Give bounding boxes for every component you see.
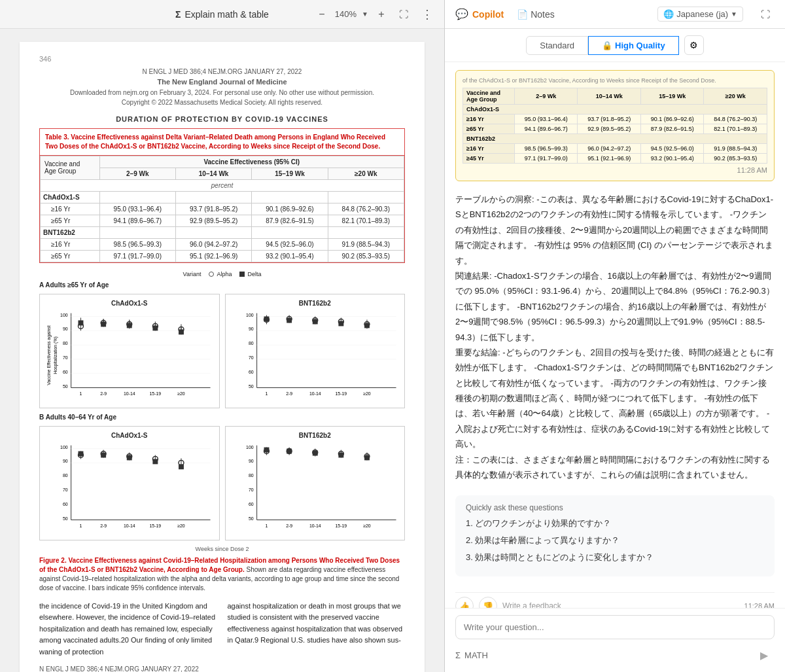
tab-high-quality[interactable]: 🔒 High Quality (588, 36, 679, 55)
notes-label: Notes (531, 9, 555, 20)
svg-text:10-14: 10-14 (309, 391, 321, 396)
preview-16-wk3: 90.1 (86.9–92.6) (640, 115, 704, 124)
preview-bnt-label: BNT162b2 (463, 134, 767, 144)
question-input[interactable] (455, 615, 775, 639)
expand-button[interactable]: ⛶ (394, 5, 413, 24)
vaccine-effectiveness-table: Vaccine andAge Group Vaccine Effectivene… (40, 156, 404, 262)
svg-rect-69 (312, 319, 317, 324)
chart-b-bnt: BNT162b2 100 90 80 70 60 50 1 2-9 (225, 426, 406, 540)
preview-table-title: of the ChAdOx1-S or BNT162b2 Vaccine, Ac… (462, 77, 767, 84)
svg-text:70: 70 (248, 355, 253, 359)
svg-text:90: 90 (63, 459, 68, 463)
variant-label: Variant (183, 271, 201, 277)
math-text: MATH (464, 650, 488, 660)
svg-text:80: 80 (248, 473, 253, 478)
svg-rect-99 (127, 455, 132, 460)
thumbs-down-button[interactable]: 👎 (479, 597, 497, 608)
table-percent-label: percent (41, 179, 404, 191)
input-area: Σ MATH ▶ (445, 608, 785, 672)
settings-button[interactable]: ⚙ (684, 35, 704, 55)
preview-16-wk4: 84.8 (76.2–90.3) (704, 115, 767, 124)
svg-rect-101 (179, 464, 184, 469)
svg-text:50: 50 (248, 516, 253, 520)
svg-text:2-9: 2-9 (100, 391, 107, 396)
preview-bnt16-wk3: 94.5 (92.5–96.0) (640, 144, 704, 154)
svg-text:≥20: ≥20 (363, 391, 371, 396)
delta-label: Delta (247, 271, 261, 277)
chart-b-chadox: ChAdOx1-S 100 90 80 70 60 50 (39, 426, 220, 540)
more-options-button[interactable]: ⋮ (418, 5, 436, 24)
language-selector[interactable]: 🌐 Japanese (ja) ▼ (657, 7, 743, 22)
globe-icon: 🌐 (663, 9, 674, 19)
svg-text:1: 1 (80, 523, 82, 528)
svg-text:2-9: 2-9 (286, 391, 292, 396)
toolbar-title-text: Explain math & table (185, 9, 269, 20)
preview-col-age: Vaccine andAge Group (463, 88, 515, 105)
preview-time: 11:28 AM (462, 166, 767, 174)
quick-question-1[interactable]: 1. どのワクチンがより効果的ですか？ (466, 518, 764, 529)
svg-text:1: 1 (265, 523, 268, 528)
expand-right-button[interactable]: ⛶ (756, 5, 775, 24)
zoom-out-button[interactable]: − (314, 7, 330, 22)
alpha-circle-icon (209, 272, 214, 277)
svg-text:≥20: ≥20 (363, 523, 371, 528)
table-chadox16-wk2: 93.7 (91.8–95.2) (175, 203, 251, 215)
figure2-caption: Figure 2. Vaccine Effectiveness against … (39, 556, 405, 593)
table-chadox-label: ChAdOx1-S (41, 191, 100, 203)
journal-title: The New England Journal of Medicine (39, 77, 405, 88)
journal-footer: N ENGL J MED 386;4 NEJM.ORG JANUARY 27, … (39, 664, 343, 672)
chart-a-chadox: ChAdOx1-S 100 90 80 70 60 50 (39, 294, 220, 408)
journal-header: N ENGL J MED 386;4 NEJM.ORG JANUARY 27, … (39, 67, 405, 107)
journal-line4: Copyright © 2022 Massachusetts Medical S… (39, 97, 405, 107)
table-bnt65-wk2: 95.1 (92.1–96.9) (175, 250, 251, 262)
copilot-label: Copilot (472, 9, 504, 20)
alpha-label: Alpha (217, 271, 232, 277)
quick-question-2[interactable]: 2. 効果は年齢層によって異なりますか？ (466, 535, 764, 546)
table-col-effectiveness: Vaccine Effectiveness (95% CI) (99, 156, 404, 168)
table-bnt16-label: ≥16 Yr (41, 238, 100, 250)
svg-text:100: 100 (246, 312, 254, 317)
right-panel: 💬 Copilot 📄 Notes 🌐 Japanese (ja) ▼ ⛶ St… (445, 0, 785, 672)
chart-b-chadox-title: ChAdOx1-S (45, 432, 214, 439)
feedback-placeholder[interactable]: Write a feedback (502, 601, 739, 608)
preview-bnt65-wk1: 97.1 (91.7–99.0) (514, 154, 578, 164)
notes-icon: 📄 (517, 9, 528, 20)
svg-text:90: 90 (248, 459, 253, 463)
svg-text:60: 60 (248, 369, 253, 374)
table-chadox16-wk3: 90.1 (86.9–92.6) (252, 203, 328, 215)
svg-text:1: 1 (80, 391, 82, 396)
table-col-wk4: ≥20 Wk (328, 168, 404, 179)
svg-text:100: 100 (60, 312, 68, 317)
table-bnt16-wk4: 91.9 (88.5–94.3) (328, 238, 404, 250)
chart-a-label: A Adults ≥65 Yr of Age (39, 281, 405, 289)
table-bnt16-wk3: 94.5 (92.5–96.0) (252, 238, 328, 250)
feedback-row: 👍 👎 Write a feedback 11:28 AM (455, 592, 775, 608)
svg-text:90: 90 (248, 327, 253, 331)
preview-65-wk1: 94.1 (89.6–96.7) (514, 124, 578, 134)
svg-text:10-14: 10-14 (124, 391, 135, 396)
tab-standard[interactable]: Standard (526, 36, 588, 55)
lang-dropdown-icon: ▼ (731, 10, 737, 18)
alpha-legend: Alpha (209, 271, 232, 277)
table-chadox65-wk3: 87.9 (82.6–91.5) (252, 215, 328, 226)
preview-65-wk3: 87.9 (82.6–91.5) (640, 124, 704, 134)
zoom-in-button[interactable]: + (374, 7, 389, 22)
svg-text:60: 60 (63, 369, 68, 374)
send-button[interactable]: ▶ (754, 645, 775, 665)
svg-rect-100 (152, 459, 158, 464)
quick-question-3[interactable]: 3. 効果は時間とともにどのように変化しますか？ (466, 552, 764, 563)
left-panel: Σ Explain math & table − 140% ▼ + ⛶ ⋮ 34… (0, 0, 445, 672)
svg-rect-127 (312, 450, 317, 455)
table-bnt65-label: ≥65 Yr (41, 250, 100, 262)
chart-b-bnt-title: BNT162b2 (231, 432, 400, 439)
svg-text:80: 80 (248, 341, 253, 345)
notes-tab[interactable]: 📄 Notes (517, 9, 555, 20)
svg-text:50: 50 (63, 516, 68, 520)
body-text-col1: the incidence of Covid-19 in the United … (39, 601, 217, 658)
copilot-tab[interactable]: 💬 Copilot (455, 8, 504, 20)
zoom-dropdown-icon: ▼ (362, 10, 368, 18)
thumbs-up-button[interactable]: 👍 (455, 597, 474, 608)
chart-b-bnt-svg: 100 90 80 70 60 50 1 2-9 10-14 15-19 ≥20 (231, 442, 400, 533)
math-row: Σ MATH ▶ (455, 639, 775, 665)
chart-a-bnt: BNT162b2 100 90 80 70 60 50 (225, 294, 406, 408)
